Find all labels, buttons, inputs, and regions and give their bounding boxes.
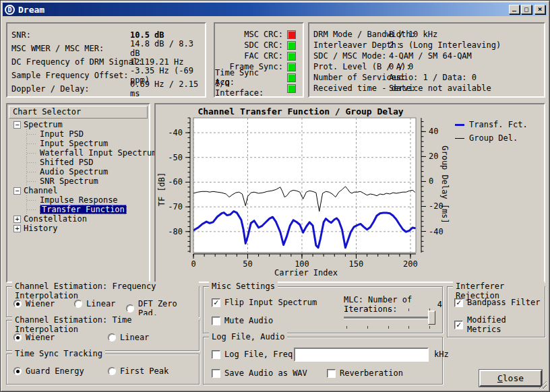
modified-metrics-checkbox[interactable]: ✓ Modified Metrics	[454, 315, 545, 334]
mode-row: Interleaver Depth: 2 s (Long Interleavin…	[309, 40, 544, 51]
close-window-button[interactable]: ×	[534, 5, 545, 14]
mode-row: Number of Services: Audio: 1 / Data: 0	[309, 72, 544, 83]
minimize-button[interactable]: _	[509, 5, 520, 14]
num-services-value: Audio: 1 / Data: 0	[389, 73, 477, 82]
bandpass-filter-checkbox[interactable]: ✓ Bandpass Filter	[454, 298, 540, 307]
tree-item-constellation[interactable]: + Constellation	[7, 214, 149, 224]
radio-icon[interactable]	[74, 300, 82, 308]
tree-item-shifted-psd[interactable]: Shifted PSD	[7, 158, 149, 167]
tree-item-transfer-function[interactable]: Transfer Function	[7, 205, 149, 214]
signal-measurements-panel: SNR: 10.5 dB MSC WMER / MSC MER: 14.8 dB…	[6, 22, 206, 98]
radio-icon[interactable]	[13, 333, 22, 341]
save-wav-checkbox[interactable]: Save Audio as WAV	[212, 368, 307, 378]
radio-icon[interactable]	[13, 300, 22, 308]
slider-handle[interactable]	[428, 311, 435, 325]
radio-icon[interactable]	[126, 304, 134, 313]
radio-wiener-freq[interactable]: Wiener	[13, 299, 55, 308]
window-title: Dream	[18, 5, 508, 15]
tree-item-input-psd[interactable]: Input PSD	[7, 129, 149, 139]
tree-item-impulse-response[interactable]: Impulse Response	[7, 195, 149, 205]
app-icon: D	[5, 5, 15, 15]
khz-unit-label: kHz	[434, 350, 449, 359]
misc-settings-title: Misc Settings	[209, 282, 278, 291]
log-file-freq-checkbox[interactable]: Log File, Freq: kHz	[212, 350, 297, 359]
mute-audio-checkbox[interactable]: Mute Audio	[212, 316, 273, 325]
mlc-iterations-slider[interactable]	[344, 307, 435, 330]
radio-icon[interactable]	[13, 367, 22, 375]
drm-mode-panel: DRM Mode / Bandwidth: B / 10 kHz Interle…	[308, 22, 545, 98]
radio-linear-freq[interactable]: Linear	[74, 299, 115, 308]
radio-first-peak[interactable]: First Peak	[108, 366, 169, 376]
tree-item-history[interactable]: + History	[7, 224, 149, 233]
interferer-rejection-group: Interferer Rejection ✓ Bandpass Filter ✓…	[447, 286, 545, 337]
radio-icon[interactable]	[108, 367, 116, 375]
tree-item-spectrum[interactable]: − Spectrum	[7, 120, 149, 129]
dc-freq-label: DC Frequency of DRM Signal:	[11, 57, 143, 67]
checkbox-icon[interactable]	[212, 317, 220, 325]
status-led-panel: MSC CRC: SDC CRC: FAC CRC: Frame Sync: T…	[214, 22, 304, 98]
log-freq-input[interactable]	[294, 348, 429, 362]
flip-input-spectrum-checkbox[interactable]: ✓ Flip Input Spectrum	[212, 298, 317, 307]
wmer-label: MSC WMER / MSC MER:	[11, 44, 104, 53]
svg-text:50: 50	[243, 259, 252, 269]
tree-item-input-spectrum[interactable]: Input Spectrum	[7, 139, 149, 148]
radio-linear-time[interactable]: Linear	[108, 333, 149, 342]
maximize-button[interactable]: □	[521, 5, 532, 14]
tree-item-waterfall-input-spectrum[interactable]: Waterfall Input Spectrum	[7, 148, 149, 158]
freq-interp-title: Channel Estimation: Frequency Interpolat…	[12, 282, 199, 300]
svg-text:150: 150	[349, 259, 364, 269]
transfer-function-line-icon	[455, 124, 464, 126]
expand-icon[interactable]: +	[13, 225, 21, 232]
expand-icon[interactable]: +	[13, 216, 21, 223]
checkbox-icon[interactable]: ✓	[454, 321, 463, 329]
mlc-iterations-value: 4	[437, 300, 442, 309]
checkbox-icon[interactable]: ✓	[454, 298, 463, 307]
dream-window: D Dream _ □ × SNR: 10.5 dB MSC WMER / MS…	[0, 0, 550, 392]
time-sync-title: Time Sync Tracking	[12, 349, 105, 358]
led-row: MSC CRC:	[215, 29, 303, 40]
mode-row: DRM Mode / Bandwidth: B / 10 kHz	[309, 29, 544, 40]
radio-icon[interactable]	[108, 333, 116, 341]
slider-ticks-bottom	[346, 326, 430, 329]
group-delay-line-icon	[455, 138, 464, 139]
mode-row: Prot. Level (B / A): 0 / 0	[309, 61, 544, 72]
signal-row: MSC WMER / MSC MER: 14.8 dB / 8.3 dB	[7, 42, 205, 55]
legend-item: Transf. Fct.	[455, 118, 528, 131]
freq-interp-group: Channel Estimation: Frequency Interpolat…	[6, 286, 200, 317]
dc-freq-value: 12119.21 Hz	[130, 57, 183, 67]
reverberation-checkbox[interactable]: Reverberation	[327, 368, 403, 378]
log-audio-title: Log File, Audio	[209, 332, 287, 341]
frame-sync-led	[287, 63, 296, 71]
fac-crc-led	[287, 52, 296, 61]
io-interface-label: I/O Interface:	[215, 79, 283, 98]
tree-item-snr-spectrum[interactable]: SNR Spectrum	[7, 176, 149, 186]
time-interp-title: Channel Estimation: Time Interpolation	[12, 315, 199, 334]
svg-text:-70: -70	[168, 202, 183, 211]
led-row: FAC CRC:	[215, 51, 303, 61]
title-bar[interactable]: D Dream _ □ ×	[3, 3, 547, 16]
msc-crc-label: MSC CRC:	[244, 30, 283, 39]
prot-level-value: 0 / 0	[389, 62, 413, 71]
chart-selector-panel: Chart Selector − Spectrum Input PSD Inpu…	[6, 103, 150, 283]
svg-text:40: 40	[429, 127, 438, 136]
collapse-icon[interactable]: −	[13, 121, 21, 129]
checkbox-icon[interactable]	[212, 350, 220, 359]
close-button[interactable]: Close	[479, 370, 542, 387]
radio-guard-energy[interactable]: Guard Energy	[13, 366, 84, 376]
io-interface-led	[287, 84, 296, 93]
slider-groove[interactable]	[344, 317, 435, 319]
slider-ticks-top	[346, 308, 430, 311]
checkbox-icon[interactable]	[327, 369, 336, 378]
snr-label: SNR:	[11, 30, 31, 40]
drm-mode-value: B / 10 kHz	[389, 30, 437, 39]
radio-wiener-time[interactable]: Wiener	[13, 333, 55, 342]
mode-row: SDC / MSC Mode: 4-QAM / SM 64-QAM	[309, 51, 544, 61]
checkbox-icon[interactable]	[212, 369, 220, 378]
svg-text:-80: -80	[168, 227, 183, 236]
tree-item-channel[interactable]: − Channel	[7, 186, 149, 195]
chart-selector-header: Chart Selector	[9, 106, 148, 119]
collapse-icon[interactable]: −	[13, 187, 21, 195]
sdc-crc-led	[287, 41, 296, 50]
checkbox-icon[interactable]: ✓	[212, 298, 220, 307]
tree-item-audio-spectrum[interactable]: Audio Spectrum	[7, 167, 149, 176]
